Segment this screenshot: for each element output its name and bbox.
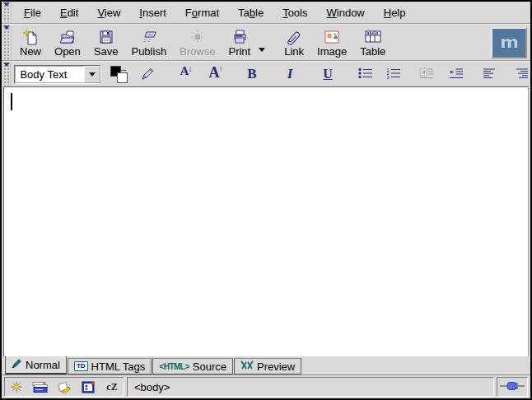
menu-tools-label: Tools <box>282 7 307 19</box>
text-caret <box>11 93 12 110</box>
print-icon <box>231 29 248 45</box>
image-button[interactable]: Image <box>311 27 352 58</box>
address-book-icon[interactable] <box>80 379 96 394</box>
browse-button[interactable]: Browse <box>174 27 221 58</box>
composer-window: File Edit View Insert Format Table Tools… <box>0 0 532 400</box>
link-paperclip-icon <box>286 29 302 45</box>
component-bar: cZ <box>4 377 124 397</box>
indent-icon <box>448 67 464 82</box>
browse-icon <box>189 29 206 45</box>
menu-view-label: View <box>97 7 120 19</box>
underline-icon: U <box>323 67 333 81</box>
table-button[interactable]: Table <box>354 27 391 58</box>
bold-button[interactable]: B <box>244 64 260 84</box>
new-button[interactable]: New <box>14 27 47 58</box>
outdent-icon <box>418 67 435 82</box>
tab-html-tags[interactable]: TD HTML Tags <box>68 358 152 374</box>
open-button-label: Open <box>54 45 81 58</box>
save-button[interactable]: Save <box>88 27 124 58</box>
text-color-picker[interactable] <box>110 65 127 83</box>
paragraph-format-dropdown-button[interactable] <box>84 66 100 83</box>
background-color-swatch[interactable] <box>117 72 128 83</box>
indent-button[interactable] <box>448 64 464 84</box>
menu-edit[interactable]: Edit <box>52 2 86 23</box>
normal-pencil-icon <box>12 359 22 371</box>
paragraph-format-select[interactable]: Body Text <box>14 65 101 84</box>
outdent-button[interactable] <box>418 64 435 84</box>
svg-text:3: 3 <box>387 74 390 79</box>
align-left-button[interactable] <box>481 64 497 84</box>
align-left-icon <box>482 67 497 82</box>
bullet-list-icon <box>357 67 374 82</box>
publish-button[interactable]: Publish <box>125 27 172 58</box>
mail-icon[interactable] <box>32 379 49 394</box>
align-right-button[interactable] <box>514 64 530 84</box>
underline-button[interactable]: U <box>320 64 336 84</box>
open-folder-icon <box>58 29 77 45</box>
menu-view[interactable]: View <box>89 2 128 23</box>
td-tag-icon: TD <box>74 361 88 371</box>
bold-icon: B <box>247 66 256 82</box>
grippy-collapse-icon <box>3 63 10 67</box>
menu-format[interactable]: Format <box>177 2 227 23</box>
menu-bar: File Edit View Insert Format Table Tools… <box>2 2 530 24</box>
preview-icon <box>240 360 254 373</box>
print-button[interactable]: Print <box>222 27 256 58</box>
tab-source-label: Source <box>193 360 226 373</box>
print-button-label: Print <box>228 45 250 58</box>
editor-canvas[interactable] <box>3 86 529 356</box>
save-floppy-icon <box>98 29 114 45</box>
align-right-icon <box>515 67 530 82</box>
tab-source[interactable]: <HTML> Source <box>152 358 233 374</box>
increase-font-size-button[interactable]: A ↑ <box>208 64 224 84</box>
toolbar-grippy[interactable] <box>2 26 12 59</box>
element-path-panel: <body> <box>127 377 494 397</box>
table-icon <box>364 29 382 45</box>
html-source-icon: <HTML> <box>159 362 189 371</box>
menu-window[interactable]: Window <box>319 2 373 23</box>
color-divider <box>120 70 126 71</box>
open-button[interactable]: Open <box>49 27 86 58</box>
new-page-icon <box>22 29 39 45</box>
composer-icon[interactable] <box>56 379 72 394</box>
menubar-grippy[interactable] <box>2 2 12 22</box>
image-button-label: Image <box>317 45 347 58</box>
menu-table[interactable]: Table <box>230 2 272 23</box>
mozilla-logo-button[interactable]: m <box>491 27 527 58</box>
tab-preview-label: Preview <box>257 360 295 373</box>
numbered-list-button[interactable]: 123 <box>385 64 402 84</box>
browse-button-label: Browse <box>180 45 215 58</box>
table-button-label: Table <box>360 45 385 58</box>
grippy-collapse-icon <box>3 2 10 7</box>
bullet-list-button[interactable] <box>357 64 374 84</box>
menu-format-label: Format <box>185 7 219 19</box>
menu-file[interactable]: File <box>16 2 49 23</box>
image-icon <box>324 29 340 45</box>
tab-normal[interactable]: Normal <box>5 356 67 374</box>
new-button-label: New <box>20 45 41 58</box>
menu-help[interactable]: Help <box>376 2 414 23</box>
online-status-panel[interactable] <box>497 377 528 397</box>
menu-edit-label: Edit <box>60 7 78 19</box>
chatzilla-icon[interactable]: cZ <box>104 379 120 394</box>
online-plug-icon <box>500 381 525 393</box>
print-dropdown-arrow[interactable] <box>259 48 265 52</box>
tab-preview[interactable]: Preview <box>234 358 301 374</box>
navigator-icon[interactable] <box>8 379 25 394</box>
menu-table-label: Table <box>238 7 264 19</box>
menu-insert[interactable]: Insert <box>131 2 175 23</box>
chevron-down-icon <box>89 72 96 77</box>
menu-tools[interactable]: Tools <box>274 2 315 23</box>
status-bar: cZ <body> <box>2 374 530 398</box>
link-button[interactable]: Link <box>278 27 310 58</box>
tab-html-tags-label: HTML Tags <box>91 360 146 373</box>
grippy-collapse-icon <box>3 26 10 30</box>
italic-button[interactable]: I <box>282 64 298 84</box>
decrease-font-size-button[interactable]: A ↓ <box>178 64 194 84</box>
menu-window-label: Window <box>327 7 365 19</box>
highlight-color-button[interactable] <box>140 64 156 84</box>
formatbar-grippy[interactable] <box>2 63 11 86</box>
publish-icon <box>140 29 158 45</box>
arrow-down-icon: ↓ <box>188 64 192 73</box>
numbered-list-icon: 123 <box>385 67 402 82</box>
